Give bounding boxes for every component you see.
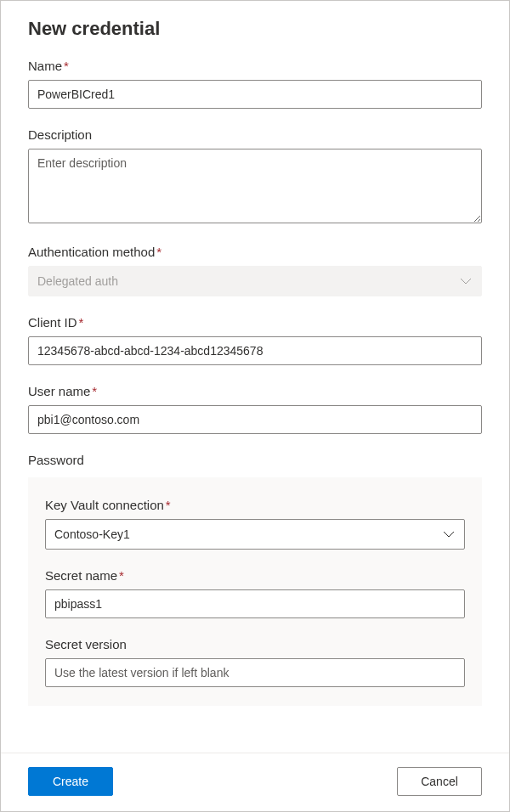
secret-version-field-group: Secret version	[45, 637, 465, 687]
secret-name-input[interactable]	[45, 589, 465, 618]
secret-name-label: Secret name*	[45, 568, 465, 583]
key-vault-select[interactable]: Contoso-Key1	[45, 519, 465, 550]
footer: Create Cancel	[1, 753, 509, 811]
required-indicator: *	[119, 568, 124, 583]
client-id-input[interactable]	[28, 336, 482, 365]
required-indicator: *	[92, 384, 97, 398]
auth-method-select-wrapper: Delegated auth	[28, 266, 482, 296]
key-vault-label: Key Vault connection*	[45, 498, 465, 512]
password-subsection: Key Vault connection* Contoso-Key1 Secre…	[28, 477, 482, 706]
name-input[interactable]	[28, 80, 482, 109]
name-label: Name*	[28, 59, 482, 73]
user-name-input[interactable]	[28, 405, 482, 434]
secret-version-label: Secret version	[45, 637, 465, 651]
required-indicator: *	[79, 315, 84, 330]
secret-version-input[interactable]	[45, 658, 465, 687]
client-id-field-group: Client ID*	[28, 315, 482, 365]
auth-method-select: Delegated auth	[28, 266, 482, 296]
description-label: Description	[28, 127, 482, 142]
create-button[interactable]: Create	[28, 767, 113, 796]
required-indicator: *	[156, 245, 162, 259]
user-name-field-group: User name*	[28, 384, 482, 434]
required-indicator: *	[166, 498, 171, 512]
page-title: New credential	[28, 18, 482, 40]
form-content: New credential Name* Description Authent…	[1, 1, 509, 753]
user-name-label: User name*	[28, 384, 482, 398]
name-field-group: Name*	[28, 59, 482, 109]
client-id-label: Client ID*	[28, 315, 482, 330]
key-vault-select-wrapper: Contoso-Key1	[45, 519, 465, 550]
auth-method-field-group: Authentication method* Delegated auth	[28, 245, 482, 296]
key-vault-field-group: Key Vault connection* Contoso-Key1	[45, 498, 465, 550]
password-section-header: Password	[28, 453, 482, 467]
new-credential-panel: New credential Name* Description Authent…	[0, 0, 510, 812]
password-section: Password Key Vault connection* Contoso-K…	[28, 453, 482, 706]
required-indicator: *	[64, 59, 69, 73]
description-textarea[interactable]	[28, 149, 482, 223]
description-field-group: Description	[28, 127, 482, 226]
secret-name-field-group: Secret name*	[45, 568, 465, 618]
auth-method-label: Authentication method*	[28, 245, 482, 259]
cancel-button[interactable]: Cancel	[397, 767, 482, 796]
